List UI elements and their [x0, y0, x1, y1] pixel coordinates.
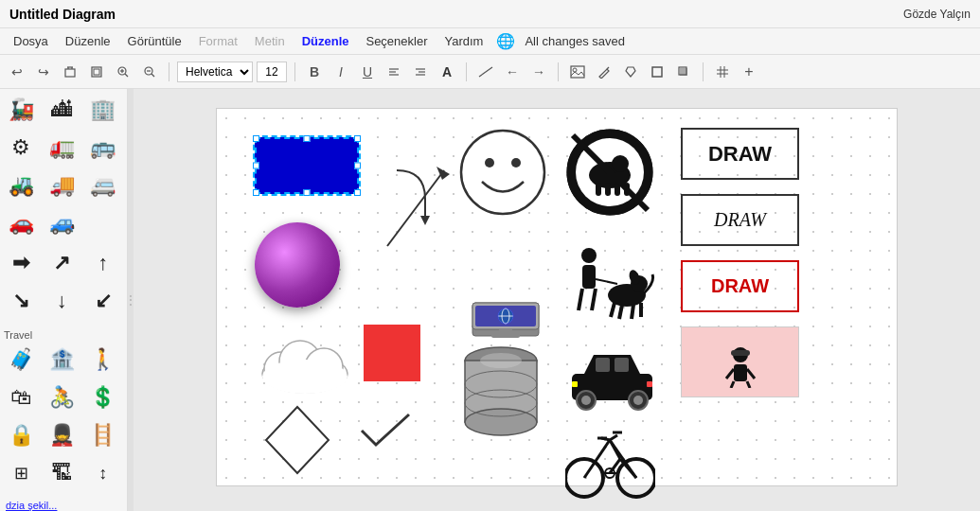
- draw-box-italic[interactable]: DRAW: [681, 194, 799, 246]
- add-button[interactable]: +: [738, 61, 760, 83]
- fit-button[interactable]: [85, 61, 108, 83]
- handle-mr[interactable]: [354, 163, 361, 169]
- undo-button[interactable]: ↩: [6, 61, 28, 83]
- arrow-left-button[interactable]: ←: [501, 61, 524, 83]
- line-button[interactable]: [474, 61, 497, 83]
- menu-duzenle1[interactable]: Düzenle: [58, 32, 118, 50]
- canvas-area[interactable]: DRAW DRAW DRAW: [134, 89, 980, 511]
- no-dogs-sign[interactable]: [565, 128, 655, 220]
- sidebar-icon-shop[interactable]: 🛍: [4, 380, 38, 414]
- svg-rect-0: [65, 69, 75, 77]
- sidebar-icon-person[interactable]: 🚶: [86, 343, 120, 377]
- menu-dosya[interactable]: Dosya: [6, 32, 56, 50]
- cloud-shape[interactable]: [253, 322, 357, 400]
- car-shape[interactable]: [567, 341, 657, 414]
- blue-rectangle[interactable]: [255, 137, 359, 194]
- dog-guide-shape[interactable]: [565, 237, 655, 329]
- menu-format[interactable]: Format: [191, 32, 245, 50]
- sidebar-icon-arr-up[interactable]: ↑: [86, 246, 120, 280]
- smiley-face[interactable]: [458, 128, 548, 220]
- sidebar-icon-escalator[interactable]: ↕: [86, 456, 120, 490]
- sidebar-icon-truck[interactable]: 🚛: [45, 131, 79, 165]
- sidebar-icon-stairs[interactable]: 🪜: [86, 418, 120, 452]
- sidebar-icon-bank[interactable]: 🏦: [45, 343, 79, 377]
- svg-line-65: [596, 279, 617, 284]
- border-button[interactable]: [646, 61, 668, 83]
- sidebar-icon-car2[interactable]: 🚙: [45, 206, 79, 240]
- svg-rect-5: [94, 69, 99, 75]
- sidebar-icon-suitcase[interactable]: 🧳: [4, 343, 38, 377]
- image-button[interactable]: [566, 61, 589, 83]
- menu-duzenle2[interactable]: Düzenle: [294, 32, 357, 50]
- handle-tr[interactable]: [354, 135, 361, 142]
- svg-point-85: [633, 396, 643, 405]
- svg-rect-86: [572, 381, 578, 387]
- bicycle-shape[interactable]: [565, 421, 655, 504]
- sidebar-icon-arr-right[interactable]: ➡: [4, 246, 38, 280]
- sidebar-icon-car1[interactable]: 🚗: [4, 206, 38, 240]
- red-square[interactable]: [364, 325, 420, 381]
- bold-button[interactable]: B: [303, 61, 326, 83]
- sidebar-icon-bus[interactable]: 🚌: [86, 131, 120, 165]
- sidebar-icon-building[interactable]: 🏢: [86, 93, 120, 127]
- zoom-in-button[interactable]: [112, 61, 134, 83]
- globe-icon[interactable]: 🌐: [496, 32, 515, 50]
- draw-box-bold[interactable]: DRAW: [681, 128, 799, 180]
- svg-rect-80: [596, 358, 610, 372]
- menu-secenekler[interactable]: Seçenekler: [358, 32, 435, 50]
- pencil-button[interactable]: [593, 61, 615, 83]
- grid-button[interactable]: [711, 61, 734, 83]
- arrow-right-button[interactable]: →: [527, 61, 550, 83]
- sidebar-icon-crane[interactable]: 🏗: [45, 456, 79, 490]
- draw-box-icon[interactable]: [681, 326, 799, 397]
- sidebar-icon-arr-se[interactable]: ↘: [4, 284, 38, 318]
- zoom-out-button[interactable]: [138, 61, 161, 83]
- handle-bm[interactable]: [304, 189, 311, 196]
- sidebar-icon-city[interactable]: 🏙: [45, 93, 79, 127]
- handle-br[interactable]: [354, 189, 361, 196]
- handle-tl[interactable]: [253, 135, 259, 142]
- sidebar-icon-bike-person[interactable]: 🚴: [45, 380, 79, 414]
- handle-tm[interactable]: [304, 135, 311, 142]
- font-select[interactable]: Helvetica: [177, 62, 253, 82]
- sidebar-icon-semi[interactable]: 🚚: [45, 168, 79, 203]
- purple-ball[interactable]: [255, 222, 340, 308]
- sidebar-icon-train[interactable]: 🚂: [4, 93, 38, 127]
- sidebar-icon-van[interactable]: 🚐: [86, 168, 120, 203]
- sidebar-icon-arr-down[interactable]: ↓: [45, 284, 79, 318]
- svg-line-31: [387, 170, 444, 246]
- align-left-button[interactable]: [383, 61, 405, 83]
- font-color-button[interactable]: A: [436, 61, 458, 83]
- sidebar-icon-gear[interactable]: ⚙: [4, 131, 38, 165]
- menu-goruntule[interactable]: Görüntüle: [120, 32, 189, 50]
- shadow-button[interactable]: [672, 61, 695, 83]
- fill-button[interactable]: [619, 61, 642, 83]
- menu-yardim[interactable]: Yardım: [437, 32, 491, 50]
- redo-button[interactable]: ↪: [32, 61, 55, 83]
- sidebar-icon-arr-sw[interactable]: ↙: [86, 284, 120, 318]
- database-shape[interactable]: [461, 344, 542, 441]
- sidebar-icon-tractor[interactable]: 🚜: [4, 168, 38, 203]
- handle-bl[interactable]: [253, 189, 259, 196]
- handle-ml[interactable]: [253, 163, 259, 169]
- globe-monitor[interactable]: [458, 251, 553, 348]
- sidebar-icon-arr-ne[interactable]: ↗: [45, 246, 79, 280]
- sep5: [703, 62, 704, 81]
- svg-line-70: [632, 305, 633, 319]
- canvas[interactable]: DRAW DRAW DRAW: [216, 108, 898, 486]
- sidebar-icon-guard[interactable]: 💂: [45, 418, 79, 452]
- align-right-button[interactable]: [409, 61, 432, 83]
- draw-box-red[interactable]: DRAW: [681, 260, 799, 312]
- checkmark-shape[interactable]: [357, 407, 414, 457]
- underline-button[interactable]: U: [356, 61, 379, 83]
- sidebar-icon-dollar[interactable]: 💲: [86, 380, 120, 414]
- font-size-input[interactable]: [257, 62, 287, 82]
- sidebar-icon-lock[interactable]: 🔒: [4, 418, 38, 452]
- delete-button[interactable]: [59, 61, 81, 83]
- sidebar-icon-grid2[interactable]: ⊞: [4, 456, 38, 490]
- diamond-shape[interactable]: [262, 402, 333, 481]
- menu-metin[interactable]: Metin: [247, 32, 293, 50]
- more-shapes-link[interactable]: dzia şekil...: [4, 496, 123, 511]
- svg-rect-20: [571, 66, 584, 78]
- italic-button[interactable]: I: [330, 61, 352, 83]
